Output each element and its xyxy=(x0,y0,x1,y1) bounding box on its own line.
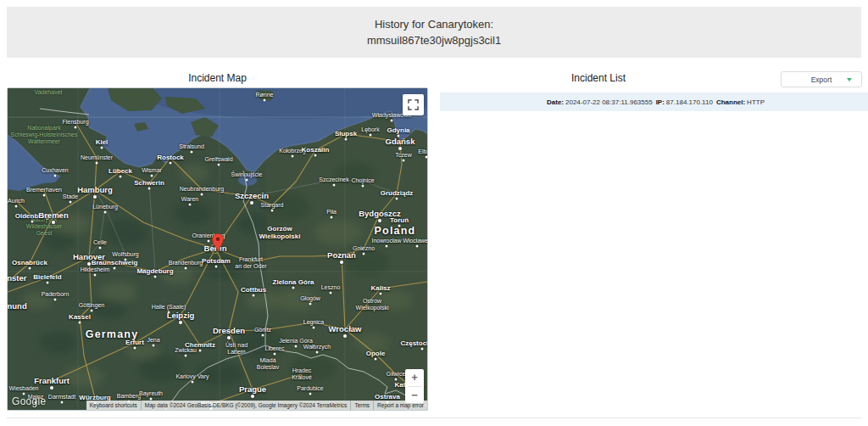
fullscreen-icon xyxy=(408,99,419,110)
google-logo[interactable]: Google xyxy=(12,395,47,407)
incident-ip-label: IP: xyxy=(656,98,665,106)
page-title-line1: History for Canarytoken: xyxy=(375,16,493,32)
map-attribution-bar: Keyboard shortcuts Map data ©2024 GeoBas… xyxy=(86,401,427,410)
keyboard-shortcuts-link[interactable]: Keyboard shortcuts xyxy=(86,401,141,410)
map-zoom-control: + − xyxy=(405,369,424,403)
export-button[interactable]: Export xyxy=(781,71,862,87)
incident-map-title: Incident Map xyxy=(7,72,428,84)
bottom-divider xyxy=(7,418,861,418)
incident-channel-label: Channel: xyxy=(716,98,745,106)
incident-ip-value: 87.184.170.110 xyxy=(666,98,713,106)
map-data-copyright: Map data ©2024 GeoBasis-DE/BKG (©2009), … xyxy=(141,401,351,410)
incident-map[interactable]: VadehavetNationalpark Schleswig-Holstein… xyxy=(7,87,428,411)
page-title-token: mmsuil867te30jw8pgjs3cil1 xyxy=(367,32,501,48)
incident-date-label: Date: xyxy=(547,98,564,106)
incident-list-title: Incident List xyxy=(440,72,757,84)
terms-link[interactable]: Terms xyxy=(350,401,373,410)
map-marker-pin-icon[interactable] xyxy=(210,231,225,252)
map-fullscreen-button[interactable] xyxy=(403,94,424,115)
export-button-label: Export xyxy=(811,76,832,84)
zoom-in-button[interactable]: + xyxy=(405,369,424,386)
incident-channel-value: HTTP xyxy=(747,98,765,106)
page-header: History for Canarytoken: mmsuil867te30jw… xyxy=(7,7,861,58)
report-map-error-link[interactable]: Report a map error xyxy=(373,401,427,410)
incident-list-item[interactable]: Date: 2024-07-22 08:37:11.963555 IP: 87.… xyxy=(440,92,868,111)
chevron-down-icon xyxy=(847,78,852,81)
incident-date-value: 2024-07-22 08:37:11.963555 xyxy=(565,98,653,106)
